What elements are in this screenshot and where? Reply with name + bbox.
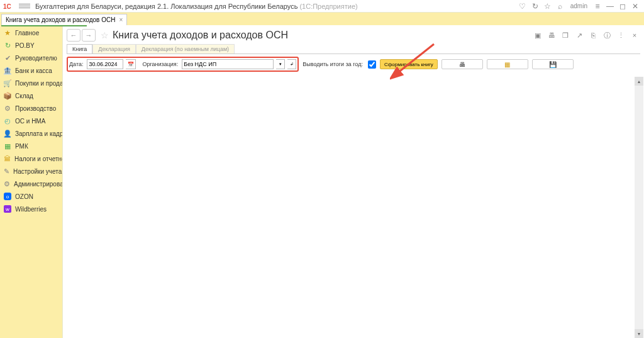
inner-tabs: КнигаДекларацияДекларация (по наемным ли…	[67, 44, 640, 54]
sidebar-icon: ◴	[4, 117, 11, 125]
sidebar-item-label: Зарплата и кадры	[15, 130, 62, 137]
scroll-up-icon[interactable]: ▴	[635, 77, 643, 86]
export-icon[interactable]: ↗	[574, 30, 585, 41]
sidebar-item-14[interactable]: wWildberries	[0, 203, 62, 215]
sidebar-icon: ✎	[4, 167, 9, 175]
sidebar-item-5[interactable]: 📦Склад	[0, 89, 62, 102]
sidebar-icon: 🏦	[4, 67, 11, 74]
grid-icon: ▦	[504, 61, 510, 68]
window-close-icon[interactable]: ✕	[629, 0, 641, 13]
sidebar-icon: w	[4, 205, 11, 213]
sidebar-item-label: OZON	[15, 193, 33, 200]
sidebar-item-label: Руководителю	[15, 55, 57, 62]
page-header: ← → ☆ Книга учета доходов и расходов ОСН…	[67, 28, 640, 43]
app-logo: 1С	[3, 2, 16, 11]
sidebar-item-label: Wildberries	[15, 206, 47, 213]
book-work-area: ▴ ▾	[63, 77, 644, 338]
sidebar-icon: 🏛	[4, 155, 11, 162]
bell-icon[interactable]: ♡	[516, 0, 529, 13]
inner-tab-1[interactable]: Декларация	[92, 44, 135, 54]
sidebar-item-label: Администрирование	[14, 181, 62, 188]
title-bar: 1С Бухгалтерия для Беларуси, редакция 2.…	[0, 0, 644, 13]
grid-button[interactable]: ▦	[487, 59, 528, 69]
sidebar-item-9[interactable]: ▦РМК	[0, 140, 62, 152]
date-input[interactable]	[87, 59, 123, 69]
sidebar-icon: o	[4, 193, 11, 200]
content-area: ← → ☆ Книга учета доходов и расходов ОСН…	[62, 25, 644, 338]
yearly-label: Выводить итоги за год:	[303, 61, 363, 67]
favorite-toggle-icon[interactable]: ☆	[101, 30, 109, 40]
print-button[interactable]: 🖶	[441, 59, 483, 69]
sidebar-item-label: Склад	[15, 93, 33, 99]
copy-icon[interactable]: ❐	[560, 30, 571, 41]
search-icon[interactable]: ⌕	[554, 0, 567, 13]
sidebar-item-0[interactable]: ★Главное	[0, 26, 62, 39]
page-title: Книга учета доходов и расходов ОСН	[113, 30, 288, 41]
current-user[interactable]: admin	[570, 3, 587, 9]
sidebar-item-10[interactable]: 🏛Налоги и отчетность	[0, 152, 62, 165]
favorite-star-icon[interactable]: ☆	[541, 0, 554, 13]
yearly-checkbox[interactable]	[368, 60, 376, 69]
sidebar-item-7[interactable]: ◴ОС и НМА	[0, 115, 62, 127]
sidebar-item-label: Производство	[15, 105, 56, 112]
history-icon[interactable]: ↻	[529, 0, 541, 13]
close-page-icon[interactable]: ×	[629, 30, 640, 41]
app-title: Бухгалтерия для Беларуси, редакция 2.1. …	[35, 3, 358, 10]
sidebar-item-6[interactable]: ⚙Производство	[0, 102, 62, 115]
tab-close-icon[interactable]: ×	[119, 16, 123, 23]
settings-bars-icon[interactable]: ≡	[591, 0, 604, 13]
window-minimize-icon[interactable]: —	[604, 0, 616, 13]
floppy-icon: 💾	[549, 61, 557, 68]
sidebar-icon: 👤	[4, 130, 11, 137]
toolbar: Дата: 📅 Организация: ▾ ↲ Выводить итоги …	[67, 54, 640, 73]
org-label: Организация:	[142, 61, 178, 67]
date-label: Дата:	[69, 61, 83, 67]
sidebar-item-13[interactable]: oOZON	[0, 190, 62, 203]
sidebar-item-label: Главное	[15, 30, 39, 37]
vertical-scrollbar[interactable]: ▴ ▾	[635, 77, 643, 338]
form-book-button[interactable]: Сформировать книгу	[380, 59, 438, 69]
inner-tab-0[interactable]: Книга	[67, 44, 92, 54]
sidebar-item-4[interactable]: 🛒Покупки и продажи	[0, 77, 62, 89]
nav-forward-button[interactable]: →	[82, 29, 96, 42]
calendar-icon[interactable]: 📅	[126, 59, 136, 69]
sidebar-item-3[interactable]: 🏦Банк и касса	[0, 64, 62, 77]
sidebar-item-11[interactable]: ✎Настройки учета	[0, 165, 62, 177]
sidebar-item-label: Налоги и отчетность	[14, 155, 62, 162]
nav-back-button[interactable]: ←	[67, 29, 80, 42]
sidebar-icon: ✔	[4, 54, 11, 62]
printer-icon: 🖶	[459, 61, 465, 68]
sidebar-item-label: PO.BY	[15, 42, 35, 49]
organization-open-icon[interactable]: ↲	[287, 59, 296, 69]
link-icon[interactable]: ⎘	[587, 30, 599, 41]
highlighted-parameters: Дата: 📅 Организация: ▾ ↲	[67, 57, 299, 72]
sidebar-item-12[interactable]: ⚙Администрирование	[0, 177, 62, 190]
print-header-icon[interactable]: 🖶	[546, 30, 557, 41]
sidebar: ★Главное↻PO.BY✔Руководителю🏦Банк и касса…	[0, 25, 62, 338]
more-menu-icon[interactable]: ⋮	[615, 30, 626, 41]
sidebar-item-8[interactable]: 👤Зарплата и кадры	[0, 127, 62, 140]
organization-dropdown-icon[interactable]: ▾	[276, 59, 285, 69]
sidebar-icon: ↻	[4, 42, 11, 49]
sidebar-item-label: ОС и НМА	[15, 118, 45, 125]
scroll-down-icon[interactable]: ▾	[635, 329, 643, 338]
sidebar-item-2[interactable]: ✔Руководителю	[0, 52, 62, 64]
sidebar-icon: ⚙	[4, 104, 11, 112]
svg-text:1С: 1С	[3, 3, 11, 10]
sidebar-item-label: Банк и касса	[15, 67, 52, 74]
organization-input[interactable]	[182, 59, 274, 69]
page-tab-label: Книга учета доходов и расходов ОСН	[6, 16, 115, 23]
main-menu-button[interactable]	[19, 4, 30, 8]
sidebar-item-1[interactable]: ↻PO.BY	[0, 39, 62, 52]
sidebar-item-label: Покупки и продажи	[15, 80, 62, 87]
tab-strip: Книга учета доходов и расходов ОСН ×	[0, 13, 644, 25]
help-icon[interactable]: ⓘ	[601, 30, 613, 41]
page-tab[interactable]: Книга учета доходов и расходов ОСН ×	[1, 14, 127, 25]
save-button[interactable]: 💾	[532, 59, 574, 69]
sidebar-icon: ★	[4, 29, 11, 37]
sidebar-icon: 🛒	[4, 79, 11, 87]
window-restore-icon[interactable]: ◻	[616, 0, 629, 13]
preview-icon[interactable]: ▣	[532, 30, 543, 41]
inner-tab-2[interactable]: Декларация (по наемным лицам)	[136, 44, 235, 54]
sidebar-item-label: Настройки учета	[13, 168, 62, 175]
